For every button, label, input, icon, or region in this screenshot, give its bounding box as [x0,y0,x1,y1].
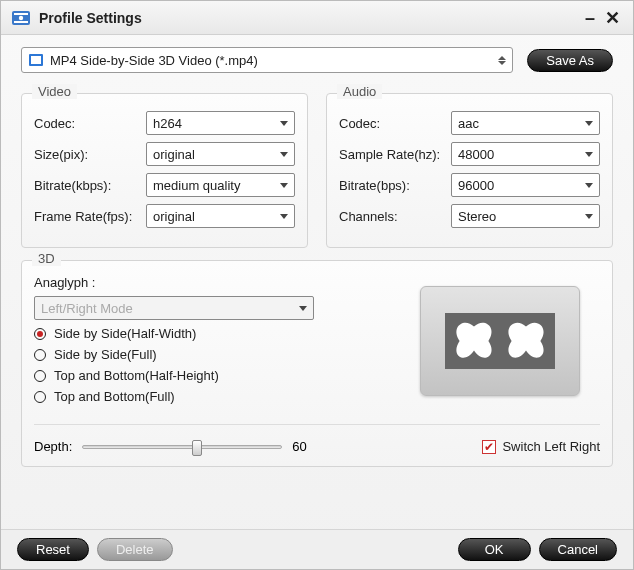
audio-group: Audio Codec: aac Sample Rate(hz): 48000 … [326,93,613,248]
reset-button[interactable]: Reset [17,538,89,561]
chevron-down-icon [585,214,593,219]
depth-label: Depth: [34,439,72,454]
butterfly-left-icon [448,317,500,365]
video-framerate-label: Frame Rate(fps): [34,209,146,224]
3d-group: 3D Anaglyph : Left/Right Mode Side by Si… [21,260,613,467]
chevron-down-icon [585,183,593,188]
audio-group-title: Audio [337,84,382,99]
3d-group-title: 3D [32,251,61,266]
svg-point-3 [19,15,23,19]
mode-radio-sbs-full[interactable]: Side by Side(Full) [34,347,400,362]
profile-select-text: MP4 Side-by-Side 3D Video (*.mp4) [50,53,494,68]
delete-button: Delete [97,538,173,561]
chevron-down-icon [280,214,288,219]
depth-value: 60 [292,439,306,454]
video-bitrate-select[interactable]: medium quality [146,173,295,197]
svg-rect-2 [14,21,28,23]
anaglyph-label: Anaglyph : [34,275,400,290]
close-button[interactable]: ✕ [601,7,623,29]
cancel-button[interactable]: Cancel [539,538,617,561]
checkbox-icon: ✔ [482,440,496,454]
video-bitrate-label: Bitrate(kbps): [34,178,146,193]
window-title: Profile Settings [39,10,579,26]
anaglyph-select[interactable]: Left/Right Mode [34,296,314,320]
audio-samplerate-label: Sample Rate(hz): [339,147,451,162]
audio-codec-label: Codec: [339,116,451,131]
svg-rect-1 [14,13,28,15]
spinner-icon [498,56,506,65]
profile-settings-window: Profile Settings – ✕ MP4 Side-by-Side 3D… [0,0,634,570]
audio-bitrate-select[interactable]: 96000 [451,173,600,197]
video-codec-label: Codec: [34,116,146,131]
chevron-down-icon [280,183,288,188]
profile-select[interactable]: MP4 Side-by-Side 3D Video (*.mp4) [21,47,513,73]
app-icon [11,8,31,28]
slider-thumb[interactable] [192,440,202,456]
mode-radio-tab-half[interactable]: Top and Bottom(Half-Height) [34,368,400,383]
video-size-select[interactable]: original [146,142,295,166]
video-group-title: Video [32,84,77,99]
bottom-bar: Reset Delete OK Cancel [1,529,633,569]
chevron-down-icon [280,152,288,157]
audio-codec-select[interactable]: aac [451,111,600,135]
depth-slider[interactable] [82,445,282,449]
butterfly-right-icon [500,317,552,365]
radio-icon [34,370,46,382]
svg-rect-5 [31,56,41,64]
mp4-icon [28,52,44,68]
switch-left-right-checkbox[interactable]: ✔ Switch Left Right [482,439,600,454]
audio-channels-label: Channels: [339,209,451,224]
radio-icon [34,391,46,403]
save-as-button[interactable]: Save As [527,49,613,72]
3d-preview [420,286,580,396]
audio-samplerate-select[interactable]: 48000 [451,142,600,166]
chevron-down-icon [585,121,593,126]
ok-button[interactable]: OK [458,538,531,561]
minimize-button[interactable]: – [579,7,601,29]
mode-radio-sbs-half[interactable]: Side by Side(Half-Width) [34,326,400,341]
titlebar: Profile Settings – ✕ [1,1,633,35]
video-size-label: Size(pix): [34,147,146,162]
mode-radio-tab-full[interactable]: Top and Bottom(Full) [34,389,400,404]
chevron-down-icon [585,152,593,157]
chevron-down-icon [299,306,307,311]
video-codec-select[interactable]: h264 [146,111,295,135]
audio-bitrate-label: Bitrate(bps): [339,178,451,193]
radio-icon [34,328,46,340]
video-framerate-select[interactable]: original [146,204,295,228]
radio-icon [34,349,46,361]
video-group: Video Codec: h264 Size(pix): original Bi… [21,93,308,248]
chevron-down-icon [280,121,288,126]
audio-channels-select[interactable]: Stereo [451,204,600,228]
